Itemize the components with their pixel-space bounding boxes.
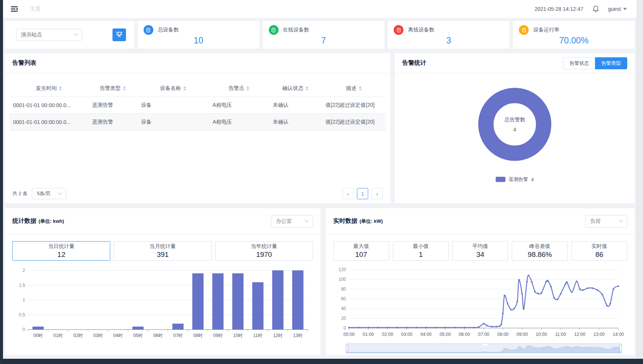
svg-text:80: 80	[341, 286, 346, 292]
stat-card-value: 70.00%	[519, 36, 629, 46]
svg-text:1: 1	[22, 297, 25, 303]
stat-card-label: 离线设备数	[408, 27, 434, 33]
svg-text:09:00: 09:00	[517, 332, 528, 337]
collapsed-sidebar[interactable]	[0, 0, 3, 364]
svg-text:0: 0	[343, 325, 346, 331]
main-content: 演示站点 总设备数10在线设备数7离线设备数3设备运行率70.00% 告警列表 …	[5, 21, 635, 358]
table-cell: 未确认	[269, 97, 322, 114]
next-page-button[interactable]: ›	[372, 188, 383, 199]
device-icon	[269, 25, 279, 35]
page-size-select[interactable]: 5条/页	[32, 188, 66, 199]
breadcrumb[interactable]: 主页	[30, 6, 40, 12]
realtime-unit: (单位: kW)	[360, 218, 383, 225]
tab-inactive[interactable]: 当月统计量391	[114, 241, 211, 261]
sort-carets-icon[interactable]	[359, 86, 362, 91]
toggle-active[interactable]: 告警类型	[595, 57, 627, 69]
stat-card: 离线设备数3	[388, 21, 510, 49]
stat-card: 总设备数10	[138, 21, 259, 49]
tab-label: 当日统计量	[48, 243, 75, 250]
column-header-sort[interactable]: 确认状态	[269, 82, 322, 97]
prev-page-button[interactable]: ‹	[342, 188, 354, 199]
datazoom-slider[interactable]	[333, 343, 627, 354]
stat-card-label: 设备运行率	[533, 27, 559, 33]
column-header-sort[interactable]: 告警类型	[88, 82, 138, 97]
svg-text:08:00: 08:00	[497, 332, 508, 337]
column-header-sort[interactable]: 发生时间	[9, 82, 88, 97]
svg-text:02:00: 02:00	[382, 332, 393, 337]
svg-text:13:00: 13:00	[594, 332, 605, 337]
top-bar: 主页 2021-05-28 14:12:47 guest	[3, 0, 637, 18]
alarm-stats-title: 告警统计	[402, 59, 426, 67]
sort-carets-icon[interactable]	[246, 86, 249, 91]
sort-carets-icon[interactable]	[123, 86, 126, 91]
svg-text:100: 100	[339, 277, 346, 282]
notification-bell-icon[interactable]	[592, 5, 600, 13]
statistics-header: 统计数据 (单位: kwh) 办公室	[5, 208, 321, 234]
svg-text:60: 60	[341, 296, 346, 301]
pagination: 共 2 条 5条/页 ‹ 1 ›	[12, 188, 383, 199]
svg-text:05:00: 05:00	[439, 332, 451, 337]
svg-text:12时: 12时	[273, 333, 282, 338]
user-menu[interactable]: guest	[608, 6, 627, 12]
page-size-value: 5条/页	[37, 190, 51, 197]
station-select[interactable]: 演示站点	[16, 29, 82, 41]
realtime-stat-value: 86	[595, 251, 603, 259]
tab-value: 12	[57, 251, 65, 259]
dashboard-board-button[interactable]	[112, 28, 126, 41]
alarm-row: 告警列表 发生时间告警类型设备名称告警点确认状态描述 0001-01-01 00…	[5, 53, 635, 203]
legend-swatch	[496, 177, 505, 182]
svg-text:20: 20	[341, 316, 346, 321]
realtime-stat-label: 平均值	[472, 243, 488, 250]
realtime-stat-label: 最大值	[353, 243, 369, 250]
sort-carets-icon[interactable]	[306, 86, 309, 91]
device-icon	[144, 25, 153, 35]
pagination-total: 共 2 条	[12, 190, 27, 197]
datazoom-handle[interactable]	[346, 345, 348, 352]
svg-text:2: 2	[22, 268, 25, 273]
load-select-value: 负荷	[590, 218, 601, 225]
realtime-stat-box: 峰谷差值98.86%	[512, 241, 568, 261]
svg-text:40: 40	[341, 306, 346, 311]
toggle-inactive[interactable]: 告警状态	[563, 57, 595, 69]
bottom-bar	[3, 359, 643, 364]
datazoom-handle[interactable]	[620, 345, 622, 352]
stat-card-top: 总设备数	[144, 25, 253, 35]
station-select-value: 演示站点	[21, 31, 42, 38]
realtime-stats: 最大值107最小值1平均值34峰谷差值98.86%实时值86	[333, 241, 627, 261]
realtime-stat-box: 最大值107	[333, 241, 389, 261]
table-cell: 0001-01-01 00:00:00.0...	[9, 97, 88, 114]
svg-text:13时: 13时	[293, 333, 303, 338]
tab-active[interactable]: 当日统计量12	[12, 241, 110, 261]
page-scrollbar[interactable]	[637, 0, 643, 364]
stat-card: 在线设备数7	[263, 21, 385, 49]
column-header-sort[interactable]: 描述	[322, 82, 386, 97]
svg-text:10时: 10时	[233, 333, 243, 338]
table-row[interactable]: 0001-01-01 00:00:00.0...遥测告警设备A相电压未确认值[2…	[9, 97, 386, 114]
column-header-sort[interactable]: 设备名称	[137, 82, 209, 97]
alarm-stats-panel: 告警统计 告警状态告警类型 总告警数 4 遥测告警 4	[395, 53, 635, 203]
statistics-title: 统计数据	[12, 217, 36, 225]
table-cell: 值[22]超过设定值[20]	[322, 97, 386, 114]
svg-text:03:00: 03:00	[401, 332, 412, 337]
svg-text:14:00: 14:00	[613, 332, 624, 337]
svg-text:10:00: 10:00	[536, 332, 547, 337]
realtime-stat-value: 98.86%	[528, 251, 552, 259]
sort-carets-icon[interactable]	[59, 86, 62, 91]
room-select[interactable]: 办公室	[271, 215, 313, 228]
column-header-sort[interactable]: 告警点	[209, 82, 269, 97]
tab-inactive[interactable]: 当年统计量1970	[215, 241, 313, 261]
realtime-line-chart: 02040608010012000:0001:0002:0003:0004:00…	[333, 264, 627, 342]
station-toolbar-card: 演示站点	[5, 21, 134, 49]
svg-text:11:00: 11:00	[555, 332, 566, 337]
alarm-stats-header: 告警统计 告警状态告警类型	[395, 53, 635, 73]
table-row[interactable]: 0001-01-01 00:00:00.0...遥测告警设备A相电压未确认值[2…	[9, 114, 386, 131]
donut-legend-item[interactable]: 遥测告警 4	[395, 176, 635, 183]
load-select[interactable]: 负荷	[585, 215, 627, 228]
sort-carets-icon[interactable]	[183, 86, 186, 91]
stat-card-top: 在线设备数	[269, 25, 379, 35]
menu-fold-icon[interactable]	[10, 4, 19, 14]
svg-text:01:00: 01:00	[363, 332, 374, 337]
page-1-button[interactable]: 1	[357, 188, 368, 199]
chevron-down-icon	[58, 191, 62, 195]
svg-text:06时: 06时	[153, 333, 163, 338]
